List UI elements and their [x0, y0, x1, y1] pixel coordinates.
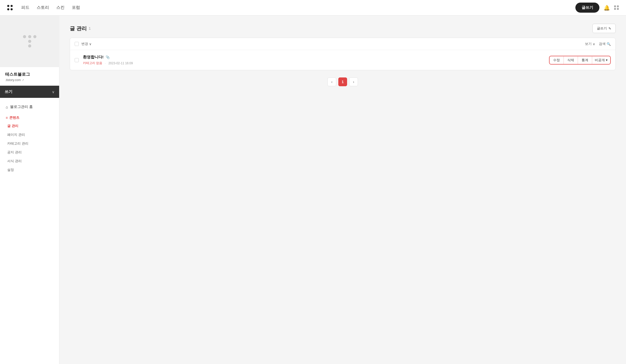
apps-grid-icon[interactable] — [614, 5, 619, 10]
search-icon: 🔍 — [607, 42, 611, 46]
stats-button[interactable]: 통계 — [578, 56, 592, 64]
post-meta: 카테고리 없음 · 2023-02-11 16:09 — [83, 61, 549, 65]
sidebar-item-post-manage[interactable]: 글 관리 — [0, 122, 59, 130]
sidebar: 테스트블로그 .tistory.com ↗ 쓰기 ∨ ⌂ 블로그관리 홈 ≡ 콘… — [0, 15, 59, 364]
post-checkbox[interactable] — [75, 58, 79, 62]
write-button-top[interactable]: 글쓰기 — [575, 3, 599, 13]
nav-story[interactable]: 스토리 — [37, 5, 49, 10]
top-nav-menu: 피드 스토리 스킨 포럼 — [21, 5, 575, 10]
meta-separator: · — [105, 61, 106, 65]
attachment-icon: 📎 — [106, 55, 110, 59]
page-title: 글 관리 1 — [70, 25, 91, 32]
sidebar-item-template-manage[interactable]: 서식 관리 — [0, 157, 59, 165]
logo[interactable] — [7, 5, 13, 11]
sidebar-section-contents: ≡ 콘텐츠 — [0, 112, 59, 122]
sidebar-profile: 테스트블로그 .tistory.com ↗ — [0, 15, 59, 86]
search-button[interactable]: 검색 🔍 — [599, 42, 611, 46]
post-date: 2023-02-11 16:09 — [108, 61, 133, 65]
nav-feed[interactable]: 피드 — [21, 5, 29, 10]
write-button-page[interactable]: 글쓰기 ✎ — [592, 24, 616, 33]
delete-button[interactable]: 삭제 — [564, 56, 578, 64]
blog-url-link[interactable]: .tistory.com — [5, 78, 21, 82]
privacy-button[interactable]: 비공개 ▾ — [592, 56, 610, 64]
sidebar-blog-info: 테스트블로그 .tistory.com ↗ — [0, 67, 59, 86]
page-1-button[interactable]: 1 — [338, 77, 347, 86]
change-label: 변경 — [81, 42, 88, 46]
sidebar-write-label: 쓰기 — [5, 89, 12, 94]
nav-skin[interactable]: 스킨 — [56, 5, 65, 10]
page-header: 글 관리 1 글쓰기 ✎ — [70, 24, 616, 33]
main-content: 글 관리 1 글쓰기 ✎ 변경 ∨ 보기 — [59, 15, 626, 364]
top-nav: 피드 스토리 스킨 포럼 글쓰기 🔔 — [0, 0, 626, 15]
chevron-down-icon: ▾ — [606, 58, 608, 62]
post-info: 환영합니다! 📎 카테고리 없음 · 2023-02-11 16:09 — [83, 55, 549, 65]
sidebar-item-category-manage[interactable]: 카테고리 관리 — [0, 139, 59, 148]
post-title: 환영합니다! — [83, 55, 104, 60]
profile-placeholder — [23, 35, 36, 48]
sidebar-item-settings[interactable]: 설정 — [0, 165, 59, 174]
top-nav-right: 글쓰기 🔔 — [575, 3, 619, 13]
post-actions: 수정 삭제 통계 비공개 ▾ — [549, 56, 611, 65]
change-button[interactable]: 변경 ∨ — [81, 42, 92, 46]
search-label: 검색 — [599, 42, 606, 46]
view-button[interactable]: 보기 ∨ — [585, 42, 595, 46]
edit-icon: ✎ — [608, 27, 611, 30]
home-icon: ⌂ — [6, 105, 8, 109]
post-category: 카테고리 없음 — [83, 61, 102, 65]
prev-page-button[interactable]: ‹ — [327, 77, 336, 86]
table-toolbar: 변경 ∨ 보기 ∨ 검색 🔍 — [70, 38, 615, 50]
edit-button[interactable]: 수정 — [550, 56, 564, 64]
privacy-label: 비공개 — [595, 58, 605, 62]
sidebar-item-page-manage[interactable]: 페이지 관리 — [0, 130, 59, 139]
chevron-down-icon: ∨ — [89, 42, 92, 46]
toolbar-right: 보기 ∨ 검색 🔍 — [585, 42, 611, 46]
view-label: 보기 — [585, 42, 592, 46]
layout: 테스트블로그 .tistory.com ↗ 쓰기 ∨ ⌂ 블로그관리 홈 ≡ 콘… — [0, 15, 626, 364]
sidebar-section-label: 콘텐츠 — [9, 115, 19, 120]
table-row: 환영합니다! 📎 카테고리 없음 · 2023-02-11 16:09 수정 삭… — [70, 50, 615, 70]
page-title-text: 글 관리 — [70, 25, 87, 32]
sidebar-write-button[interactable]: 쓰기 ∨ — [0, 86, 59, 98]
next-page-button[interactable]: › — [349, 77, 358, 86]
chevron-down-icon: ∨ — [52, 90, 54, 94]
external-link-icon: ↗ — [22, 78, 24, 82]
blog-url[interactable]: .tistory.com ↗ — [5, 78, 54, 82]
sidebar-item-home[interactable]: ⌂ 블로그관리 홈 — [0, 102, 59, 112]
blog-name: 테스트블로그 — [5, 72, 54, 77]
notification-bell-icon[interactable]: 🔔 — [604, 5, 610, 11]
sidebar-item-notice-manage[interactable]: 공지 관리 — [0, 148, 59, 157]
post-title-row: 환영합니다! 📎 — [83, 55, 549, 60]
chevron-down-icon: ∨ — [593, 42, 595, 46]
write-button-page-label: 글쓰기 — [597, 26, 607, 31]
pagination: ‹ 1 › — [70, 77, 616, 86]
logo-dots — [7, 5, 13, 11]
sidebar-home-label: 블로그관리 홈 — [10, 105, 33, 109]
toolbar-left: 변경 ∨ — [75, 42, 92, 46]
contents-icon: ≡ — [6, 116, 8, 120]
nav-forum[interactable]: 포럼 — [72, 5, 80, 10]
sidebar-nav: ⌂ 블로그관리 홈 ≡ 콘텐츠 글 관리 페이지 관리 카테고리 관리 공지 관… — [0, 98, 59, 178]
action-group: 수정 삭제 통계 비공개 ▾ — [549, 56, 611, 65]
profile-image — [0, 15, 59, 67]
posts-table: 변경 ∨ 보기 ∨ 검색 🔍 — [70, 38, 616, 70]
post-count: 1 — [89, 26, 91, 30]
select-all-checkbox[interactable] — [75, 42, 79, 46]
